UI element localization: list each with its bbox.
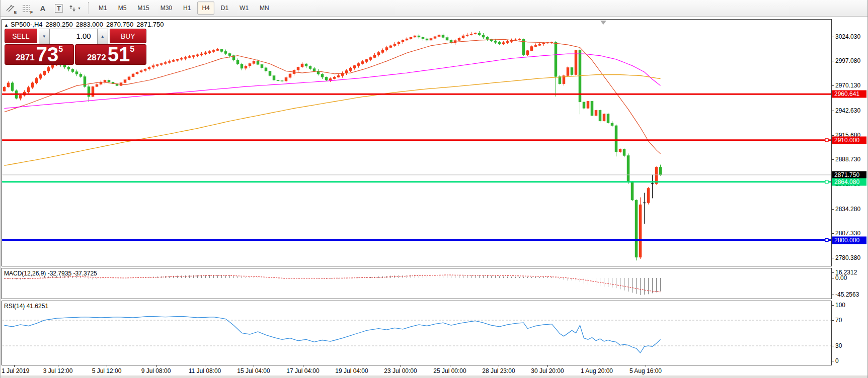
indicator-axis-tick — [832, 305, 834, 306]
macd-indicator-pane[interactable]: MACD(12,26,9) -32.7935 -37.3725 — [2, 268, 832, 299]
tool-sub-label: F — [30, 10, 33, 15]
time-axis-label: 15 Jul 04:00 — [237, 367, 270, 374]
price-level-badge: 2800.000 — [832, 237, 866, 244]
rsi-indicator-pane[interactable]: RSI(14) 41.6251 — [2, 301, 832, 365]
time-axis-label: 1 Aug 20:00 — [581, 367, 613, 374]
time-axis-tick — [14, 365, 15, 367]
equidistant-channel-tool[interactable]: E — [4, 1, 18, 15]
time-axis-tick — [107, 365, 107, 367]
price-axis-tick — [832, 233, 834, 234]
arrows-icon — [69, 5, 76, 12]
price-level-badge: 2960.641 — [832, 90, 866, 98]
price-axis-label: 2970.130 — [835, 82, 860, 89]
price-axis-label: 2807.330 — [835, 230, 860, 237]
time-axis-label: 11 Jul 08:00 — [189, 367, 221, 374]
time-axis-tick — [254, 365, 254, 367]
volume-stepper: ▼ ▲ — [39, 29, 108, 43]
time-axis-tick — [499, 365, 499, 367]
buy-price-prefix: 2872 — [87, 53, 106, 63]
timeframe-d1[interactable]: D1 — [216, 2, 233, 15]
macd-signal-line — [5, 275, 661, 292]
timeframe-mn[interactable]: MN — [255, 2, 274, 15]
text-tool[interactable]: A — [36, 1, 50, 15]
time-axis-label: 28 Jul 23:00 — [482, 367, 515, 374]
price-axis-tick — [832, 85, 834, 86]
price-level-badge: 2871.750 — [832, 171, 866, 179]
time-axis-tick — [450, 365, 450, 367]
tool-sub-label: E — [14, 10, 17, 15]
quote-high: 2883.000 — [76, 21, 103, 28]
macd-label: MACD(12,26,9) -32.7935 -37.3725 — [4, 270, 97, 277]
toolbar-separator — [88, 2, 89, 14]
time-axis-tick — [597, 365, 597, 367]
time-axis-label: 19 Jul 04:00 — [335, 367, 368, 374]
time-axis-tick — [646, 365, 646, 367]
chevron-down-icon[interactable]: ▼ — [77, 7, 81, 10]
time-axis-label: 17 Jul 04:00 — [286, 367, 319, 374]
timeframe-w1[interactable]: W1 — [235, 2, 253, 15]
timeframe-h1[interactable]: H1 — [179, 2, 195, 15]
price-axis-tick — [832, 209, 834, 210]
price-axis-tick — [832, 37, 834, 37]
time-axis[interactable]: 1 Jul 20193 Jul 12:005 Jul 12:009 Jul 08… — [1, 366, 831, 375]
indicator-axis-label: 70 — [835, 317, 842, 324]
volume-input[interactable] — [50, 29, 97, 43]
indicator-axis-label: 100 — [835, 302, 845, 309]
indicator-axis-tick — [832, 361, 834, 361]
quote-low: 2870.750 — [106, 21, 133, 28]
buy-button[interactable]: BUY — [110, 29, 146, 43]
volume-decrease-button[interactable]: ▼ — [39, 29, 50, 44]
timeframe-m1[interactable]: M1 — [94, 2, 112, 15]
sell-button[interactable]: SELL — [5, 29, 37, 43]
time-axis-label: 5 Jul 12:00 — [92, 367, 122, 374]
trading-terminal-window: E F A T ▼ M1M5M15M30H1 — [0, 0, 868, 378]
ma-slow-line — [5, 75, 661, 166]
buy-price-sup: 5 — [130, 45, 134, 54]
time-axis-tick — [352, 365, 352, 367]
timeframe-h4[interactable]: H4 — [197, 2, 214, 15]
macd-chart — [2, 268, 831, 299]
time-axis-tick — [205, 365, 205, 367]
buy-price-display[interactable]: 2872 51 5 — [75, 44, 146, 65]
quote-header: ▲SP500-,H42880.2502883.0002870.7502871.7… — [4, 21, 167, 28]
sell-price-display[interactable]: 2871 73 5 — [5, 44, 74, 65]
indicator-axis-label: -45.2563 — [835, 291, 859, 298]
horizontal-price-lines[interactable] — [2, 94, 831, 241]
price-axis-tick — [832, 159, 834, 160]
sell-button-label: SELL — [12, 32, 29, 40]
price-axis[interactable]: 3024.0302997.0802970.1302942.6302915.680… — [832, 0, 868, 378]
price-axis-tick — [832, 135, 834, 136]
rsi-label: RSI(14) 41.6251 — [4, 303, 48, 310]
window-bottom-edge — [1, 375, 868, 378]
text-label-tool[interactable]: T — [52, 1, 66, 15]
indicator-axis-tick — [832, 278, 834, 278]
fibonacci-tool[interactable]: F — [20, 1, 34, 15]
timeframe-m15[interactable]: M15 — [133, 2, 153, 15]
arrows-tool[interactable]: ▼ — [68, 1, 82, 15]
sell-price-sup: 5 — [58, 45, 63, 54]
price-level-badge: 2910.000 — [832, 137, 866, 144]
collapse-triangle-icon[interactable]: ▲ — [4, 23, 9, 28]
sell-price-big: 73 — [36, 46, 59, 63]
price-axis-tick — [832, 258, 834, 258]
time-axis-label: 1 Jul 2019 — [2, 367, 29, 374]
timeframe-m5[interactable]: M5 — [114, 2, 131, 15]
timeframe-m30[interactable]: M30 — [156, 2, 177, 15]
time-axis-label: 30 Jul 20:00 — [531, 367, 564, 374]
volume-increase-button[interactable]: ▲ — [97, 29, 108, 44]
time-axis-label: 23 Jul 00:00 — [384, 367, 417, 374]
text-label-icon: T — [55, 4, 63, 13]
price-axis-tick — [832, 61, 834, 61]
chart-shift-marker-icon[interactable] — [600, 21, 606, 25]
time-axis-tick — [156, 365, 156, 367]
indicator-axis-tick — [832, 295, 834, 295]
one-click-trading-panel: SELL ▼ ▲ BUY 2871 73 5 2872 51 5 — [5, 29, 146, 65]
time-axis-tick — [547, 365, 548, 367]
time-axis-label: 9 Jul 08:00 — [141, 367, 171, 374]
price-axis-tick — [832, 111, 834, 111]
time-axis-tick — [58, 365, 58, 367]
time-axis-label: 25 Jul 00:00 — [433, 367, 466, 374]
chart-toolbar: E F A T ▼ M1M5M15M30H1 — [1, 0, 867, 17]
time-axis-tick — [303, 365, 303, 367]
buy-price-big: 51 — [108, 46, 130, 63]
